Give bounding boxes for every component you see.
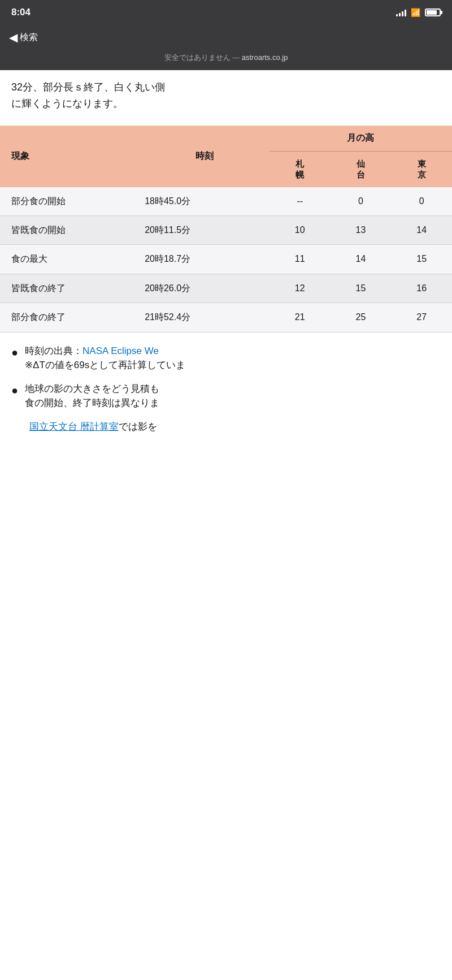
phenomenon-4: 皆既食の終了 [0,274,139,303]
bullet-2: ● [11,382,18,399]
note-text-3: 国立天文台 暦計算室では影を [11,420,441,434]
phenomenon-5: 部分食の終了 [0,303,139,332]
th-phenomenon: 現象 [0,126,139,187]
sapporo-3: 11 [270,245,331,274]
tokyo-3: 15 [391,245,452,274]
note-text-1: 時刻の出典：NASA Eclipse We ※ΔTの値を69sとして再計算してい… [25,344,441,373]
tokyo-5: 27 [391,303,452,332]
sapporo-2: 10 [270,215,331,244]
note-item-1: ● 時刻の出典：NASA Eclipse We ※ΔTの値を69sとして再計算し… [11,344,441,373]
url-bar: 安全ではありません — astroarts.co.jp [0,50,452,70]
sendai-4: 15 [331,274,392,303]
note-1-sub: ※ΔTの値を69sとして再計算していま [25,360,185,370]
note-item-3: 国立天文台 暦計算室では影を [11,420,441,434]
sendai-2: 13 [331,215,392,244]
th-time: 時刻 [139,126,270,187]
sendai-5: 25 [331,303,392,332]
wifi-icon: 📶 [411,8,420,17]
back-button[interactable]: ◀ 検索 [9,32,38,44]
phenomenon-2: 皆既食の開始 [0,215,139,244]
phenomenon-3: 食の最大 [0,245,139,274]
back-label: 検索 [20,32,38,44]
sendai-3: 14 [331,245,392,274]
sapporo-1: -- [270,187,331,216]
time-4: 20時26.0分 [139,274,270,303]
th-tokyo: 東京 [391,151,452,187]
note-text-2: 地球の影の大きさをどう見積も食の開始、終了時刻は異なりま [25,382,441,411]
status-time: 8:04 [11,7,31,18]
phenomenon-1: 部分食の開始 [0,187,139,216]
bullet-1: ● [11,344,18,361]
status-icons: 📶 [396,8,441,17]
eclipse-table: 現象 時刻 月の高 札幌 仙台 東京 部分食の開始 18時45.0分 -- 0 … [0,126,452,333]
page-content: 32分、部分長ｓ終了、白く丸い側 に輝くようになります。 現象 時刻 月の高 札… [0,70,452,477]
th-moon-height: 月の高 [270,126,452,152]
battery-icon [425,8,441,16]
nasa-eclipse-link[interactable]: NASA Eclipse We [82,346,159,356]
bottom-spacer [0,454,452,477]
time-2: 20時11.5分 [139,215,270,244]
sendai-1: 0 [331,187,392,216]
time-5: 21時52.4分 [139,303,270,332]
tokyo-1: 0 [391,187,452,216]
url-text: 安全ではありません — astroarts.co.jp [164,53,288,63]
table-row: 皆既食の開始 20時11.5分 10 13 14 [0,215,452,244]
sapporo-4: 12 [270,274,331,303]
sapporo-5: 21 [270,303,331,332]
bottom-link-suffix: では影を [119,421,157,432]
tokyo-2: 14 [391,215,452,244]
time-1: 18時45.0分 [139,187,270,216]
national-observatory-link[interactable]: 国立天文台 暦計算室 [29,421,119,432]
intro-text-line1: 32分、部分長ｓ終了、白く丸い側 [11,81,165,93]
notes-section: ● 時刻の出典：NASA Eclipse We ※ΔTの値を69sとして再計算し… [0,333,452,455]
tokyo-4: 16 [391,274,452,303]
intro-text: 32分、部分長ｓ終了、白く丸い側 に輝くようになります。 [0,70,452,116]
table-row: 部分食の終了 21時52.4分 21 25 27 [0,303,452,332]
table-row: 部分食の開始 18時45.0分 -- 0 0 [0,187,452,216]
table-row: 皆既食の終了 20時26.0分 12 15 16 [0,274,452,303]
domain-name: astroarts.co.jp [242,53,288,62]
security-label: 安全ではありません [164,53,231,62]
table-row: 食の最大 20時18.7分 11 14 15 [0,245,452,274]
time-3: 20時18.7分 [139,245,270,274]
eclipse-table-wrapper: 現象 時刻 月の高 札幌 仙台 東京 部分食の開始 18時45.0分 -- 0 … [0,126,452,333]
signal-bars-icon [396,8,406,16]
intro-text-line2: に輝くようになります。 [11,98,123,109]
th-sendai: 仙台 [331,151,392,187]
back-chevron-icon: ◀ [9,32,18,43]
table-header-row-1: 現象 時刻 月の高 [0,126,452,152]
note-item-2: ● 地球の影の大きさをどう見積も食の開始、終了時刻は異なりま [11,382,441,411]
th-sapporo: 札幌 [270,151,331,187]
note-1-before-link: 時刻の出典： [25,346,82,356]
status-bar: 8:04 📶 [0,0,452,25]
nav-bar: ◀ 検索 [0,25,452,50]
